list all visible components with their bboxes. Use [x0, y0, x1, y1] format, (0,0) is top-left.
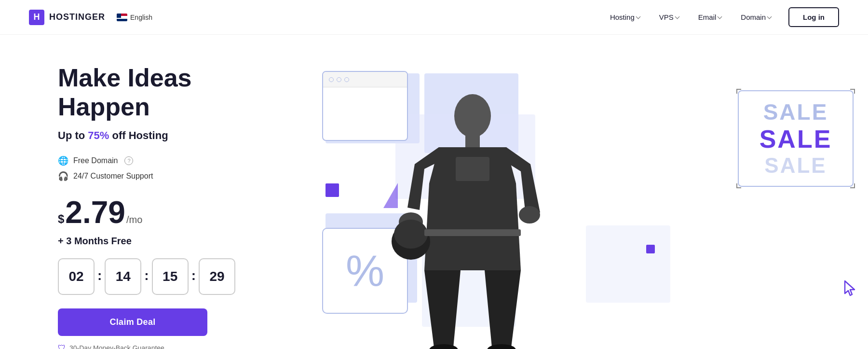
nav-email[interactable]: Email	[691, 9, 730, 25]
help-icon[interactable]: ?	[124, 156, 133, 165]
nav-email-label: Email	[698, 13, 717, 21]
svg-point-9	[519, 206, 540, 223]
price-period: /mo	[126, 214, 142, 225]
countdown-seconds: 15	[152, 258, 189, 295]
chevron-down-icon	[767, 14, 772, 19]
browser-bar	[323, 72, 407, 87]
deco-square-6	[586, 225, 670, 303]
months-free-prefix: +	[58, 236, 66, 246]
headset-icon: 🎧	[58, 171, 68, 181]
discount-percent: 75%	[88, 129, 109, 141]
feature-support-label: 24/7 Customer Support	[73, 172, 153, 181]
browser-dot-1	[329, 77, 334, 82]
sale-corner-tl	[736, 89, 741, 94]
language-label: English	[130, 14, 152, 21]
deco-purple-square-2	[646, 245, 655, 253]
header: H HOSTINGER English Hosting VPS Email Do…	[0, 0, 868, 35]
months-free-label: 3 Months Free	[66, 236, 132, 246]
chevron-down-icon	[718, 14, 722, 19]
logo-letter: H	[34, 12, 40, 22]
person-svg	[376, 87, 569, 349]
browser-dot-3	[344, 77, 349, 82]
countdown-fraction: 29	[199, 258, 235, 295]
price-row: $ 2.79 /mo	[58, 197, 270, 228]
subtitle-prefix: Up to	[58, 129, 88, 141]
hero-section: Make Ideas Happen Up to 75% off Hosting …	[0, 35, 299, 349]
logo-text: HOSTINGER	[49, 12, 105, 22]
language-selector[interactable]: English	[117, 14, 152, 21]
logo-icon: H	[29, 10, 44, 25]
hero-title: Make Ideas Happen	[58, 64, 270, 122]
svg-point-6	[487, 344, 516, 349]
feature-domain-label: Free Domain	[73, 156, 118, 165]
svg-point-4	[394, 220, 428, 249]
svg-rect-8	[456, 157, 489, 181]
login-button[interactable]: Log in	[788, 7, 839, 27]
price-value: 2.79	[65, 197, 125, 228]
flag-icon	[117, 14, 127, 21]
hero-visual: %	[299, 35, 868, 349]
months-free: + 3 Months Free	[58, 236, 270, 247]
feature-free-domain: 🌐 Free Domain ?	[58, 155, 270, 166]
sale-text-top: SALE	[763, 100, 828, 125]
svg-point-0	[454, 94, 491, 138]
deco-purple-square-1	[326, 183, 339, 197]
nav-vps[interactable]: VPS	[651, 9, 687, 25]
sale-corner-bl	[736, 183, 741, 188]
nav-vps-label: VPS	[659, 13, 674, 21]
shield-icon: 🛡	[58, 344, 66, 349]
nav-hosting[interactable]: Hosting	[602, 9, 648, 25]
countdown-sep-1: :	[97, 268, 102, 283]
sale-corner-tr	[850, 89, 855, 94]
countdown-sep-2: :	[144, 268, 149, 283]
browser-dot-2	[337, 77, 341, 82]
nav-hosting-label: Hosting	[610, 13, 635, 21]
header-left: H HOSTINGER English	[29, 10, 152, 25]
nav-domain-label: Domain	[741, 13, 766, 21]
nav-domain[interactable]: Domain	[733, 9, 779, 25]
cursor-arrow-icon	[844, 280, 858, 297]
svg-rect-1	[465, 135, 480, 147]
sale-box: SALE SALE SALE	[738, 90, 854, 187]
logo[interactable]: H HOSTINGER	[29, 10, 105, 25]
sale-corner-br	[850, 183, 855, 188]
chevron-down-icon	[636, 14, 640, 19]
cursor-svg	[844, 280, 858, 297]
countdown-timer: 02 : 14 : 15 : 29	[58, 258, 270, 295]
chevron-down-icon	[675, 14, 679, 19]
main-nav: Hosting VPS Email Domain Log in	[602, 7, 839, 27]
person-figure	[376, 87, 569, 349]
svg-rect-7	[424, 229, 521, 236]
sale-text-bot: SALE	[764, 154, 827, 177]
countdown-minutes: 14	[105, 258, 141, 295]
price-dollar-sign: $	[58, 212, 64, 226]
guarantee-section: 🛡 30-Day Money-Back Guarantee	[58, 344, 270, 349]
price-section: $ 2.79 /mo	[58, 197, 270, 228]
svg-point-5	[429, 344, 458, 349]
globe-icon: 🌐	[58, 155, 68, 166]
subtitle-suffix: off Hosting	[109, 129, 168, 141]
guarantee-label: 30-Day Money-Back Guarantee	[69, 344, 164, 349]
countdown-hours: 02	[58, 258, 95, 295]
claim-deal-button[interactable]: Claim Deal	[58, 308, 207, 336]
countdown-sep-3: :	[191, 268, 196, 283]
hero-subtitle: Up to 75% off Hosting	[58, 129, 270, 142]
feature-support: 🎧 24/7 Customer Support	[58, 171, 270, 181]
main-content: Make Ideas Happen Up to 75% off Hosting …	[0, 35, 868, 349]
sale-text-mid: SALE	[760, 126, 832, 153]
features-list: 🌐 Free Domain ? 🎧 24/7 Customer Support	[58, 155, 270, 181]
